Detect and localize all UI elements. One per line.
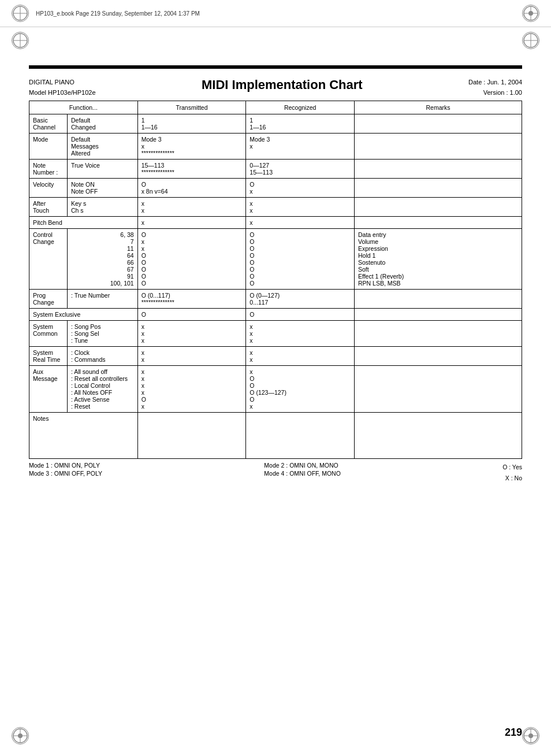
function-sub: True Voice bbox=[68, 160, 138, 179]
page-container: HP103_e.book Page 219 Sunday, September … bbox=[0, 0, 551, 756]
function-main: System Common bbox=[29, 321, 68, 347]
notes-transmitted bbox=[137, 413, 246, 459]
function-main: System Real Time bbox=[29, 347, 68, 366]
transmitted: O x 8n v=64 bbox=[137, 179, 246, 198]
notes-remarks bbox=[354, 413, 522, 459]
table-row: Prog Change : True Number O (0...117) **… bbox=[29, 290, 522, 309]
svg-point-16 bbox=[18, 733, 23, 738]
recognized: x O O O (123—127) O x bbox=[246, 366, 355, 413]
function-main: System Exclusive bbox=[29, 309, 138, 321]
transmitted: 1 1—16 bbox=[137, 114, 246, 134]
transmitted: O x x O O O O O bbox=[137, 229, 246, 290]
remarks bbox=[354, 290, 522, 309]
transmitted: x x x bbox=[137, 321, 246, 347]
table-row: Note Number : True Voice 15—113 ********… bbox=[29, 160, 522, 179]
recognized: x x bbox=[246, 198, 355, 217]
remarks bbox=[354, 309, 522, 321]
remarks bbox=[354, 114, 522, 134]
function-sub: Note ON Note OFF bbox=[68, 179, 138, 198]
function-main: Mode bbox=[29, 134, 68, 160]
function-sub: : All sound off : Reset all controllers … bbox=[68, 366, 138, 413]
remarks bbox=[354, 134, 522, 160]
col-header-function: Function... bbox=[29, 101, 138, 114]
top-left-reg-mark bbox=[12, 5, 29, 22]
bottom-left-reg-mark bbox=[12, 727, 29, 744]
recognized: Mode 3 x bbox=[246, 134, 355, 160]
top-bar: HP103_e.book Page 219 Sunday, September … bbox=[0, 0, 551, 27]
col-header-recognized: Recognized bbox=[246, 101, 355, 114]
mode4-label: Mode 4 : OMNI OFF, MONO bbox=[264, 470, 340, 477]
col-header-transmitted: Transmitted bbox=[137, 101, 246, 114]
table-row: Aux Message : All sound off : Reset all … bbox=[29, 366, 522, 413]
function-sub: Default Changed bbox=[68, 114, 138, 134]
function-main: Aux Message bbox=[29, 366, 68, 413]
recognized: O x bbox=[246, 179, 355, 198]
second-left-reg-mark bbox=[12, 32, 29, 49]
footer-left: Mode 1 : OMNI ON, POLY Mode 3 : OMNI OFF… bbox=[29, 462, 102, 484]
table-row: System Exclusive O O bbox=[29, 309, 522, 321]
second-reg-row bbox=[0, 27, 551, 54]
recognized: x bbox=[246, 217, 355, 229]
transmitted: x x x x O x bbox=[137, 366, 246, 413]
function-sub: : Song Pos : Song Sel : Tune bbox=[68, 321, 138, 347]
transmitted: x x bbox=[137, 198, 246, 217]
version-label: Version : 1.00 bbox=[468, 88, 522, 98]
mode3-label: Mode 3 : OMNI OFF, POLY bbox=[29, 470, 102, 477]
function-sub: Key s Ch s bbox=[68, 198, 138, 217]
recognized: x x x bbox=[246, 321, 355, 347]
device-name: DIGITAL PIANO bbox=[29, 77, 96, 88]
table-row: System Real Time : Clock : Commands x x … bbox=[29, 347, 522, 366]
function-main: Control Change bbox=[29, 229, 68, 290]
svg-point-20 bbox=[528, 733, 533, 738]
table-row: System Common : Song Pos : Song Sel : Tu… bbox=[29, 321, 522, 347]
top-right-reg-mark bbox=[522, 5, 539, 22]
transmitted: O bbox=[137, 309, 246, 321]
svg-point-6 bbox=[528, 11, 533, 16]
remarks bbox=[354, 366, 522, 413]
function-main: Note Number : bbox=[29, 160, 68, 179]
model-name: Model HP103e/HP102e bbox=[29, 88, 96, 98]
midi-table: Function... Transmitted Recognized Remar… bbox=[29, 101, 522, 459]
mode1-label: Mode 1 : OMNI ON, POLY bbox=[29, 462, 102, 469]
notes-cell: Notes bbox=[29, 413, 138, 459]
date-label: Date : Jun. 1, 2004 bbox=[468, 77, 522, 88]
remarks bbox=[354, 179, 522, 198]
function-main: Pitch Bend bbox=[29, 217, 138, 229]
remarks bbox=[354, 347, 522, 366]
bottom-right-reg-mark bbox=[522, 727, 539, 744]
transmitted: 15—113 ************** bbox=[137, 160, 246, 179]
remarks bbox=[354, 321, 522, 347]
recognized: x x bbox=[246, 347, 355, 366]
transmitted: O (0...117) ************** bbox=[137, 290, 246, 309]
title-section: DIGITAL PIANO Model HP103e/HP102e MIDI I… bbox=[29, 77, 522, 98]
transmitted: Mode 3 x ************** bbox=[137, 134, 246, 160]
table-row: Control Change 6, 38 7 11 64 66 67 91 10… bbox=[29, 229, 522, 290]
function-sub: Default Messages Altered bbox=[68, 134, 138, 160]
table-header-row: Function... Transmitted Recognized Remar… bbox=[29, 101, 522, 114]
table-row: After Touch Key s Ch s x x x x bbox=[29, 198, 522, 217]
recognized: 1 1—16 bbox=[246, 114, 355, 134]
recognized: O O O O O O O O bbox=[246, 229, 355, 290]
remarks bbox=[354, 198, 522, 217]
top-rule bbox=[29, 65, 522, 69]
chart-title: MIDI Implementation Chart bbox=[96, 77, 468, 92]
mode2-label: Mode 2 : OMNI ON, MONO bbox=[264, 462, 340, 469]
table-row: Velocity Note ON Note OFF O x 8n v=64 O … bbox=[29, 179, 522, 198]
col-header-remarks: Remarks bbox=[354, 101, 522, 114]
main-content: DIGITAL PIANO Model HP103e/HP102e MIDI I… bbox=[0, 54, 551, 495]
function-main: Velocity bbox=[29, 179, 68, 198]
table-row: Mode Default Messages Altered Mode 3 x *… bbox=[29, 134, 522, 160]
function-sub: : True Number bbox=[68, 290, 138, 309]
remarks bbox=[354, 160, 522, 179]
recognized: O bbox=[246, 309, 355, 321]
remarks bbox=[354, 217, 522, 229]
table-row: Basic Channel Default Changed 1 1—16 1 1… bbox=[29, 114, 522, 134]
recognized: 0—127 15—113 bbox=[246, 160, 355, 179]
header-file-info: HP103_e.book Page 219 Sunday, September … bbox=[36, 10, 200, 17]
function-main: Prog Change bbox=[29, 290, 68, 309]
footer-center: Mode 2 : OMNI ON, MONO Mode 4 : OMNI OFF… bbox=[264, 462, 340, 484]
table-row: Pitch Bend x x bbox=[29, 217, 522, 229]
notes-recognized bbox=[246, 413, 355, 459]
left-title: DIGITAL PIANO Model HP103e/HP102e bbox=[29, 77, 96, 98]
bottom-bar bbox=[0, 727, 551, 744]
